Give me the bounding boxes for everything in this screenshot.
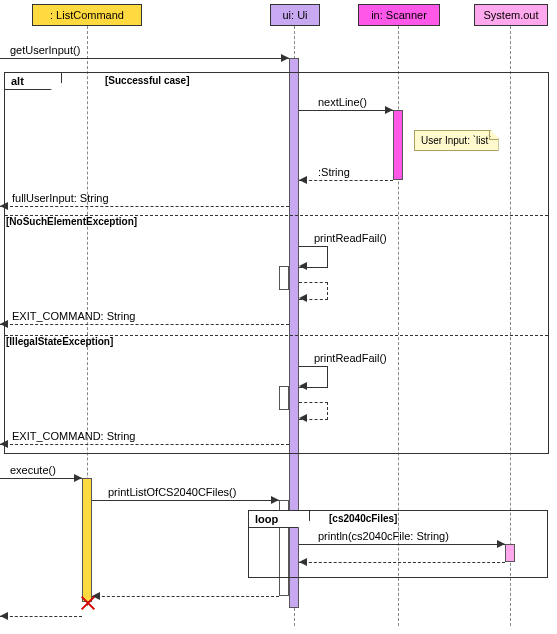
msg-retstring: :String — [318, 166, 350, 178]
arrowhead-printreadfail2 — [299, 382, 307, 390]
arrowhead-printreadfail2-ret — [299, 414, 307, 422]
arrowhead-printreadfail1-ret — [299, 294, 307, 302]
arrowhead-println-ret — [299, 558, 307, 566]
arrow-nextline — [299, 110, 393, 111]
arrowhead-printlist — [271, 496, 279, 504]
msg-printlist: printListOfCS2040CFiles() — [108, 486, 236, 498]
arrow-printlist — [92, 500, 279, 501]
arrow-fulluserinput — [0, 206, 289, 207]
activation-systemout — [505, 544, 515, 562]
fragment-alt-cond1: [Successful case] — [105, 75, 190, 86]
arrow-exitcommand1 — [0, 324, 289, 325]
msg-println: println(cs2040cFile: String) — [318, 530, 449, 542]
arrow-println-ret — [299, 562, 505, 563]
msg-execute: execute() — [10, 464, 56, 476]
msg-printreadfail1: printReadFail() — [314, 232, 387, 244]
arrowhead-exitcommand2 — [0, 440, 8, 448]
participant-scanner: in: Scanner — [358, 4, 440, 26]
arrow-retstring — [299, 180, 393, 181]
arrow-execute — [0, 478, 82, 479]
participant-ui: ui: Ui — [270, 4, 320, 26]
msg-nextline: nextLine() — [318, 96, 367, 108]
msg-exitcommand2: EXIT_COMMAND: String — [12, 430, 135, 442]
arrowhead-getuserinput — [281, 54, 289, 62]
fragment-alt-label: alt — [4, 72, 62, 90]
arrow-final-ret — [0, 616, 82, 617]
note-userinput: User Input: `list` — [414, 130, 499, 151]
arrowhead-nextline — [385, 106, 393, 114]
arrowhead-fulluserinput — [0, 202, 8, 210]
activation-scanner — [393, 110, 403, 180]
arrowhead-final-ret — [0, 612, 8, 620]
fragment-alt-cond3: [IllegalStateException] — [6, 336, 113, 347]
arrowhead-exitcommand1 — [0, 320, 8, 328]
participant-systemout: System.out — [474, 4, 548, 26]
arrow-getuserinput — [0, 58, 289, 59]
arrow-println — [299, 544, 505, 545]
fragment-loop-label: loop — [248, 510, 310, 528]
destroy-listcommand — [80, 596, 94, 610]
msg-exitcommand1: EXIT_COMMAND: String — [12, 310, 135, 322]
msg-printreadfail2: printReadFail() — [314, 352, 387, 364]
arrow-printlist-ret — [92, 596, 279, 597]
msg-fulluserinput: fullUserInput: String — [12, 192, 109, 204]
arrow-exitcommand2 — [0, 444, 289, 445]
fragment-alt: alt [Successful case] — [4, 72, 549, 454]
activation-listcommand — [82, 478, 92, 602]
activation-printreadfail2 — [279, 386, 289, 410]
arrowhead-retstring — [299, 176, 307, 184]
arrowhead-println — [497, 540, 505, 548]
msg-getuserinput: getUserInput() — [10, 44, 80, 56]
fragment-alt-cond2: [NoSuchElementException] — [6, 216, 137, 227]
arrowhead-printreadfail1 — [299, 262, 307, 270]
participant-listcommand: : ListCommand — [32, 4, 142, 26]
arrowhead-execute — [74, 474, 82, 482]
fragment-loop-cond: [cs2040cFiles] — [329, 513, 397, 524]
activation-printreadfail1 — [279, 266, 289, 290]
